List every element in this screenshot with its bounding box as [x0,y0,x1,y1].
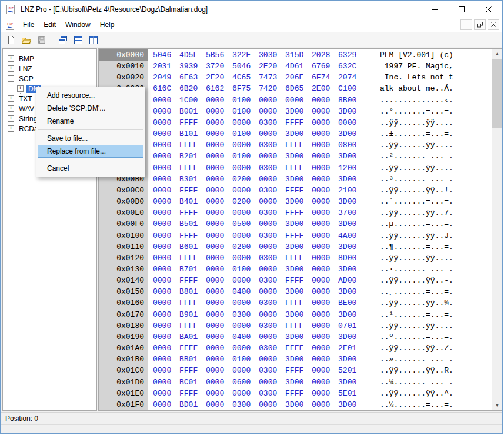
hex-address[interactable]: 0x0140 [99,275,148,286]
hex-bytes[interactable]: 0000 B801 0000 0400 0000 3D00 0000 3D00 [153,286,356,297]
hex-bytes[interactable]: 0000 FFFF 0000 0000 0300 FFFF 0000 5E01 [153,388,356,399]
mdi-minimize-button[interactable] [460,19,472,30]
expand-icon[interactable]: + [8,125,14,132]
hex-bytes[interactable]: 0000 FFFF 0000 0000 0300 FFFF 0000 4A00 [153,230,356,241]
hex-bytes[interactable]: 0000 BB01 0000 0100 0000 3D00 0000 3D00 [153,354,356,365]
hex-bytes[interactable]: 616C 6B20 6162 6F75 7420 6D65 2E00 C100 [153,83,356,94]
menu-item-add-resource[interactable]: Add resource... [38,89,143,102]
expand-icon[interactable]: + [8,115,14,122]
hex-bytes[interactable]: 0000 FFFF 0000 0000 0300 FFFF 0000 1200 [153,162,356,174]
hex-bytes[interactable]: 2049 6E63 2E20 4C65 7473 206E 6F74 2074 [153,72,356,83]
hex-bytes[interactable]: 0000 B101 0000 0100 0000 3D00 0000 3D00 [153,128,356,140]
hex-bytes[interactable]: 0000 BA01 0000 0400 0000 3D00 0000 3D00 [153,331,356,343]
menu-item-replace-from-file[interactable]: Replace from file... [38,145,143,158]
hex-bytes[interactable]: 0000 FFFF 0000 0000 0300 FFFF 0000 0800 [153,140,356,151]
new-file-icon [6,35,16,45]
open-file-button[interactable] [19,34,34,47]
hex-address[interactable]: 0x0020 [99,72,148,83]
hex-address[interactable]: 0x0190 [99,331,148,343]
hex-address[interactable]: 0x01A0 [99,343,148,354]
tile-horizontal-button[interactable] [71,34,85,47]
hex-address[interactable]: 0x01C0 [99,365,148,376]
hex-bytes[interactable]: 0000 B001 0000 0100 0000 3D00 0000 3D00 [153,106,356,117]
hex-bytes[interactable]: 0000 B601 0000 0200 0000 3D00 0000 3D00 [153,241,356,253]
hex-bytes[interactable]: 0000 FFFF 0000 0000 0300 FFFF 0000 AD00 [153,275,356,286]
hex-address[interactable]: 0x0000 [99,49,148,61]
hex-bytes[interactable]: 0000 1C00 0000 0100 0000 0000 0000 8B00 [153,95,356,106]
hex-bytes[interactable]: 0000 B501 0000 0500 0000 3D00 0000 3D00 [153,218,356,230]
expand-icon[interactable]: + [17,85,24,92]
hex-bytes[interactable]: 0000 FFFF 0000 0000 0300 FFFF 0000 2F01 [153,343,356,354]
hex-bytes[interactable]: 0000 B701 0000 0100 0000 3D00 0000 3D00 [153,264,356,275]
expand-icon[interactable]: + [8,95,14,102]
hex-row: 0x00D00000 B401 0000 0200 0000 3D00 0000… [99,196,492,207]
mdi-restore-button[interactable] [474,19,486,30]
hex-bytes[interactable]: 0000 B401 0000 0200 0000 3D00 0000 3D00 [153,196,356,207]
menu-item-cancel[interactable]: Cancel [38,162,143,175]
hex-address[interactable]: 0x01B0 [99,354,148,365]
menu-file[interactable]: File [18,18,39,32]
tile-vertical-button[interactable] [86,34,101,47]
hex-bytes[interactable]: 0000 FFFF 0000 0000 0300 FFFF 0000 5201 [153,365,356,376]
scrollbar-thumb[interactable] [492,59,502,128]
expand-icon[interactable]: + [8,55,14,62]
hex-ascii: ..·.......=...=. [380,264,453,275]
hex-bytes[interactable]: 0000 FFFF 0000 0000 0300 FFFF 0000 2100 [153,185,356,196]
hex-address[interactable]: 0x00F0 [99,218,148,230]
minimize-button[interactable] [421,1,448,18]
hex-address[interactable]: 0x0170 [99,309,148,320]
menu-item-save-to-file[interactable]: Save to file... [38,132,143,145]
hex-address[interactable]: 0x0130 [99,264,148,275]
hex-address[interactable]: 0x00D0 [99,196,148,207]
hex-bytes[interactable]: 0000 B901 0000 0300 0000 3D00 0000 3D00 [153,309,356,320]
scrollbar-down-button[interactable]: ▼ [492,400,502,410]
tree-item-bmp[interactable]: +BMP [3,54,96,64]
hex-bytes[interactable]: 0000 B201 0000 0100 0000 3D00 0000 3D00 [153,151,356,162]
collapse-icon[interactable]: − [8,75,14,82]
expand-icon[interactable]: + [8,105,14,112]
document-icon[interactable]: LNZ [5,21,15,30]
hex-ascii: ..ÿÿ......ÿÿ.... [380,162,453,174]
menu-edit[interactable]: Edit [39,18,61,32]
hex-bytes[interactable]: 0000 FFFF 0000 0000 0300 FFFF 0000 8D00 [153,253,356,264]
menu-item-delete-scp-dm[interactable]: Delete 'SCP:DM'... [38,102,143,115]
hex-ascii: 1997 PF. Magic, [380,61,453,72]
save-file-button[interactable] [35,34,49,47]
new-file-button[interactable] [4,34,18,47]
hex-bytes[interactable]: 0000 FFFF 0000 0000 0300 FFFF 0000 0000 [153,117,356,128]
menu-separator [38,160,143,160]
close-button[interactable] [475,1,502,18]
hex-bytes[interactable]: 0000 FFFF 0000 0000 0300 FFFF 0000 3700 [153,207,356,218]
mdi-close-button[interactable] [488,19,499,30]
hex-bytes[interactable]: 5046 4D5F 5B56 322E 3030 315D 2028 6329 [153,49,356,61]
hex-bytes[interactable]: 2031 3939 3720 5046 2E20 4D61 6769 632C [153,61,356,72]
hex-address[interactable]: 0x01D0 [99,377,148,388]
hex-bytes[interactable]: 0000 FFFF 0000 0000 0300 FFFF 0000 0701 [153,320,356,331]
hex-address[interactable]: 0x0180 [99,320,148,331]
hex-bytes[interactable]: 0000 BD01 0000 0300 0000 3D00 0000 3D00 [153,399,356,410]
hex-ascii: ..½.......=...=. [380,399,453,410]
tree-item-lnz[interactable]: +LNZ [3,64,96,74]
maximize-button[interactable] [448,1,475,18]
cascade-windows-button[interactable] [56,34,70,47]
hex-address[interactable]: 0x0010 [99,61,148,72]
hex-address[interactable]: 0x0100 [99,230,148,241]
menu-help[interactable]: Help [95,18,119,32]
hex-address[interactable]: 0x01F0 [99,399,148,410]
hex-address[interactable]: 0x00E0 [99,207,148,218]
expand-icon[interactable]: + [8,65,14,72]
hex-address[interactable]: 0x0110 [99,241,148,253]
hex-address[interactable]: 0x0150 [99,286,148,297]
menu-item-rename[interactable]: Rename [38,115,143,128]
scrollbar-up-button[interactable]: ▲ [492,49,502,59]
menu-window[interactable]: Window [61,18,95,32]
tree-item-scp[interactable]: −SCP [3,74,96,84]
hex-bytes[interactable]: 0000 FFFF 0000 0000 0300 FFFF 0000 BE00 [153,297,356,308]
hex-address[interactable]: 0x0120 [99,253,148,264]
hex-bytes[interactable]: 0000 B301 0000 0200 0000 3D00 0000 3D00 [153,174,356,185]
hex-bytes[interactable]: 0000 BC01 0000 0600 0000 3D00 0000 3D00 [153,377,356,388]
vertical-scrollbar[interactable]: ▲ ▼ [492,49,502,410]
hex-address[interactable]: 0x00C0 [99,185,148,196]
hex-address[interactable]: 0x0160 [99,297,148,308]
hex-address[interactable]: 0x01E0 [99,388,148,399]
